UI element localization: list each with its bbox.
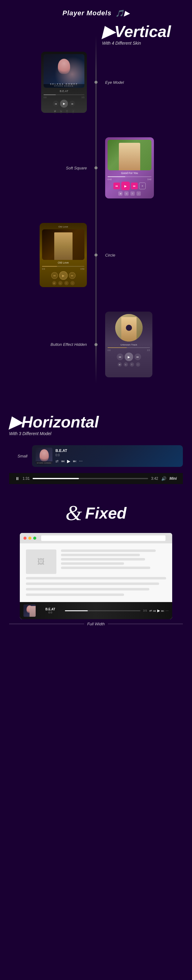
gfy-menu-button[interactable]: ✕ [139,183,146,189]
eye-model-label: Eye Model [105,80,124,85]
browser-text-line-4 [61,562,124,565]
beat-extra-controls: ⇄ ↻ ≡ ♪ [44,109,84,113]
browser-titlebar [20,533,172,543]
mini-pause-button[interactable]: ⏸ [15,476,19,481]
full-width-text: Full Width [87,622,105,626]
small-album-subtitle: STARS DANCE [36,461,52,465]
ol-time-total: 3:50 [80,268,84,270]
gfy-shuffle-icon[interactable]: ⇄ [118,191,123,196]
browser-text-line-7 [26,582,159,585]
minimize-window-button[interactable] [28,537,31,540]
small-track-title: B.E.AT [55,449,179,453]
fixed-prev-button[interactable]: ⏮ [153,609,156,612]
small-play-button[interactable]: ▶ [67,459,71,463]
fixed-more-button[interactable]: ⋯ [165,609,168,612]
ol-prev-button[interactable]: ⏮ [51,272,58,279]
ol-next-button[interactable]: ⏭ [69,272,76,279]
gfy-playlist-icon[interactable]: ≡ [131,191,135,196]
fixed-track-title: B.E.AT [38,608,63,611]
ol-progress-bar[interactable] [42,266,84,267]
small-next-button[interactable]: ⏭ [73,459,77,463]
gfy-next-button[interactable]: ⏭ [131,183,138,189]
circle-playlist-icon[interactable]: ≡ [130,362,134,367]
play-button[interactable]: ▶ [60,100,68,108]
circle-progress-bar[interactable] [108,347,150,348]
ol-progress-fill [42,266,57,267]
mini-player-bar: ⏸ 1:31 3:42 🔊 Mini [9,473,183,484]
circle-repeat-icon[interactable]: ↻ [124,362,128,367]
circle-controls: ⏮ ▶ ⏭ [108,353,150,361]
mini-time-current: 1:31 [22,476,30,480]
circle-album-art [115,314,143,342]
mini-volume-button[interactable]: 🔊 [161,476,167,481]
gfy-volume-icon[interactable]: ♪ [137,191,141,196]
ol-volume-icon[interactable]: ♪ [71,281,75,285]
shuffle-icon[interactable]: ⇄ [53,109,57,113]
title-text: Player Models [63,9,112,17]
repeat-icon[interactable]: ↻ [59,109,63,113]
button-effect-row: Button Effect Hidden Unknown Track 0:0 3… [0,312,192,377]
circle-progress-fill [108,347,127,348]
fixed-player-bar: B.E.AT 0:0 3:5 ⇄ ⏮ ▶ ⏭ ⋯ [20,602,172,619]
horizontal-section: ▶Horizontal With 3 Different Model Small… [0,402,192,493]
small-more-button[interactable]: ⋯ [79,459,83,463]
maximize-window-button[interactable] [33,537,36,540]
close-window-button[interactable] [24,537,27,540]
circle-shuffle-icon[interactable]: ⇄ [118,362,122,367]
soft-square-label-container: Soft Square [0,166,96,170]
ol-shuffle-icon[interactable]: ⇄ [52,281,57,285]
small-prev-button[interactable]: ⏮ [61,459,65,463]
circle-prev-button[interactable]: ⏮ [117,353,123,360]
browser-text-line-9 [26,593,124,596]
gfy-prev-button[interactable]: ⏮ [113,183,120,189]
fixed-progress-bar[interactable] [65,610,140,611]
gfy-extra-controls: ⇄ ↻ ≡ ♪ [108,191,151,196]
ol-controls: ⏮ ▶ ⏭ [42,271,84,280]
gfy-play-button[interactable]: ▶ [121,181,130,190]
beat-track-info: B.E.AT 0:0 3:5 ⏮ ▶ ⏭ ⇄ ↻ [44,89,84,113]
circle-inner-dot [126,325,132,331]
fixed-play-button[interactable]: ▶ [157,608,160,613]
small-shuffle-button[interactable]: ⇄ [55,459,58,463]
small-artist-face [39,449,49,461]
soft-square-label: Soft Square [66,166,87,170]
browser-mockup: 🖼 B.E.AT 0:0 [20,533,172,619]
horizontal-title-block: ▶Horizontal With 3 Different Model [9,414,183,436]
volume-icon[interactable]: ♪ [71,109,75,113]
circle-next-button[interactable]: ⏭ [134,353,141,360]
small-controls: ⇄ ⏮ ▶ ⏭ ⋯ [55,459,179,463]
playlist-icon[interactable]: ≡ [65,109,69,113]
mini-progress-bar[interactable] [33,478,148,479]
next-button[interactable]: ⏭ [69,100,75,107]
browser-url-bar[interactable] [41,535,165,541]
gfy-progress-bar[interactable] [108,177,151,177]
gfy-repeat-icon[interactable]: ↻ [124,191,129,196]
beat-controls: ⏮ ▶ ⏭ [44,100,84,108]
prev-button[interactable]: ⏮ [53,100,59,107]
circle-label: Circle [105,253,115,258]
circle-play-button[interactable]: ▶ [124,353,133,361]
gfy-album-art [108,140,151,170]
circle-volume-icon[interactable]: ♪ [136,362,140,367]
music-icon: 🎵▶ [115,10,129,18]
fixed-next-button[interactable]: ⏭ [161,609,164,612]
ol-play-button[interactable]: ▶ [59,271,68,280]
browser-text-line-2 [61,554,140,556]
circle-track-title: Unknown Track [108,344,150,346]
old-love-player: Old Love Old Love 0:0 3:50 ⏮ ▶ ⏭ [39,223,87,287]
ol-playlist-icon[interactable]: ≡ [64,281,69,285]
vertical-section-title: ▶Vertical [102,24,192,40]
full-width-label: Full Width [9,622,183,626]
mini-progress-fill [33,478,79,479]
vertical-section-subtitle: With 4 Different Skin [102,41,192,46]
fixed-shuffle-button[interactable]: ⇄ [150,609,152,612]
circle-player: Unknown Track 0:0 3:5 ⏮ ▶ ⏭ ⇄ ↻ ≡ ♪ [105,312,153,377]
ol-track-title: Old Love [42,261,84,264]
gfy-time-total: 3:42 [147,178,151,180]
beat-progress-bar[interactable] [44,94,84,95]
ol-repeat-icon[interactable]: ↻ [58,281,63,285]
soft-square-row: Soft Square Good For You 0:42 3:42 ⏮ [0,137,192,199]
mini-label: Mini [170,476,177,480]
bottom-spacer [9,626,183,638]
beat-track-title: B.E.AT [44,89,84,93]
